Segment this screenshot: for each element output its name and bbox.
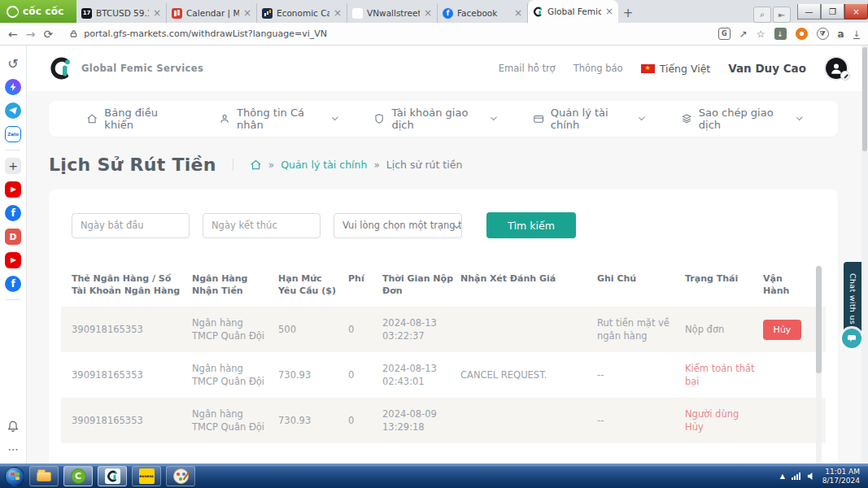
share-icon[interactable]: ↗ — [739, 29, 748, 39]
nav-dashboard[interactable]: Bảng điều khiển — [86, 107, 181, 131]
translate-icon[interactable]: G — [718, 28, 731, 40]
youtube-icon[interactable] — [5, 252, 21, 268]
divider — [6, 150, 20, 150]
close-icon[interactable]: × — [514, 8, 522, 18]
nav-funds-management[interactable]: Quản lý tài chính — [533, 107, 643, 131]
status-select[interactable]: Vui lòng chọn một trạng thái — [334, 213, 462, 238]
notifications-link[interactable]: Thông báo — [574, 63, 623, 74]
tab-calendar-metal[interactable]: Calendar | Metal × — [167, 3, 257, 23]
facebook-icon: f — [443, 8, 453, 19]
chat-bubble-icon[interactable] — [842, 329, 861, 348]
col-bank-card: Thẻ Ngân Hàng / Số Tài Khoản Ngân Hàng — [72, 266, 192, 307]
tab-btcusd[interactable]: 17 BTCUSD 59.140 × — [76, 3, 167, 23]
close-icon[interactable]: × — [243, 8, 251, 18]
nav-trading-accounts[interactable]: Tài khoản giao dịch — [373, 107, 495, 131]
tradingview-icon: 17 — [81, 8, 92, 19]
site-header: Global Femic Services Email hỗ trợ Thông… — [27, 46, 868, 91]
coccoc-rewards-icon[interactable] — [796, 28, 808, 40]
close-window-button[interactable]: × — [844, 4, 868, 20]
bookmark-star-icon[interactable]: ☆ — [757, 29, 765, 39]
end-date-input[interactable] — [203, 213, 321, 238]
download-manager-icon[interactable]: ↓ — [774, 28, 787, 40]
cell-account: 390918165353 — [72, 313, 192, 346]
language-selector[interactable]: ★ Tiếng Việt — [641, 63, 711, 75]
history-icon[interactable]: ↺ — [5, 55, 21, 72]
tab-economic-calendar[interactable]: Economic Calen × — [257, 3, 347, 23]
col-receiving-bank: Ngân Hàng Nhận Tiền — [192, 266, 278, 307]
gfs-icon — [105, 468, 120, 484]
cell-time: 2024-08-13 02:43:01 — [382, 352, 460, 398]
close-icon[interactable]: × — [424, 8, 432, 18]
address-bar[interactable]: portal.gfs-markets.com/withdrawList?lang… — [61, 26, 709, 41]
network-icon[interactable] — [792, 473, 800, 480]
email-support-link[interactable]: Email hỗ trợ — [499, 63, 556, 74]
taskbar-exness[interactable]: exness — [132, 466, 161, 486]
youtube-icon[interactable] — [5, 181, 21, 198]
downloads-icon[interactable]: ↓ — [853, 29, 860, 39]
taskbar-gfs[interactable] — [98, 466, 127, 486]
chevron-down-icon — [332, 115, 338, 121]
facebook-icon[interactable]: f — [5, 205, 21, 221]
add-shortcut-button[interactable]: + — [5, 158, 21, 174]
nav-copy-trading[interactable]: Sao chép giao dịch — [681, 107, 800, 131]
extensions-puzzle-icon[interactable]: ⧩ — [817, 28, 829, 40]
hidden-icons-arrow[interactable]: ▲ — [780, 473, 785, 480]
chat-with-us-tab[interactable]: Chat with us — [844, 262, 861, 335]
taskbar-coccoc[interactable]: C — [63, 466, 93, 486]
folder-icon — [37, 472, 51, 481]
reader-mode-icon[interactable]: a — [838, 29, 844, 39]
cell-comment: CANCEL REQUEST. — [460, 359, 597, 391]
d-site-icon[interactable]: D — [5, 229, 21, 245]
taskbar-explorer[interactable] — [29, 466, 59, 486]
notifications-bell-icon[interactable] — [5, 417, 21, 434]
page-scrollbar[interactable] — [861, 46, 868, 464]
gfs-logo[interactable]: Global Femic Services — [49, 56, 203, 81]
cell-fee: 0 — [348, 359, 382, 391]
search-button[interactable]: Tìm kiếm — [486, 212, 576, 238]
zalo-icon[interactable]: Zalo — [5, 126, 21, 142]
new-tab-button[interactable]: + — [618, 3, 638, 23]
facebook-icon[interactable]: f — [5, 276, 21, 292]
telegram-icon[interactable] — [5, 102, 21, 119]
nav-personal-info[interactable]: Thông tin Cá nhân — [219, 107, 336, 131]
tab-global-femic[interactable]: Global Femic Se × — [528, 0, 618, 23]
coccoc-brand[interactable]: cốc cốc — [0, 0, 76, 23]
tab-facebook[interactable]: f Facebook × — [438, 3, 528, 23]
cancel-withdrawal-button[interactable]: Hủy — [763, 320, 801, 340]
back-icon[interactable]: ← — [8, 28, 18, 40]
volume-icon[interactable] — [807, 472, 816, 481]
reload-icon[interactable]: ⟳ — [43, 28, 53, 40]
restore-button[interactable]: ❐ — [821, 4, 844, 20]
cell-status: Kiểm toán thất bại — [685, 352, 763, 398]
forward-icon[interactable]: → — [26, 28, 36, 40]
sidebar-toggle-icon[interactable]: ⇤ — [773, 7, 791, 23]
col-amount: Hạn Mức Yêu Cầu ($) — [278, 266, 348, 307]
chevron-down-icon — [796, 115, 803, 121]
start-button[interactable] — [5, 467, 24, 486]
start-date-input[interactable] — [72, 213, 190, 238]
cell-note: -- — [597, 359, 685, 391]
col-operation: Vận Hành — [763, 266, 815, 307]
table-header: Thẻ Ngân Hàng / Số Tài Khoản Ngân Hàng N… — [61, 266, 826, 307]
home-icon[interactable] — [250, 159, 262, 171]
taskbar-clock[interactable]: 11:01 AM 8/17/2024 — [822, 468, 860, 486]
avatar[interactable] — [824, 56, 848, 81]
gfs-portal-page: Global Femic Services Email hỗ trợ Thông… — [27, 46, 868, 464]
close-icon[interactable]: × — [605, 7, 613, 16]
breadcrumb-parent-link[interactable]: Quản lý tài chính — [281, 159, 367, 171]
tab-vnwallstreet[interactable]: VNwallstreet-Ho × — [347, 3, 438, 23]
close-icon[interactable]: × — [334, 8, 342, 18]
minimize-button[interactable]: — — [797, 4, 821, 20]
messenger-icon[interactable] — [5, 79, 21, 95]
table-scrollbar[interactable] — [816, 266, 822, 464]
more-options-icon[interactable]: ⋯ — [5, 441, 21, 457]
main-nav: Bảng điều khiển Thông tin Cá nhân Tài kh… — [49, 101, 838, 137]
cell-time: 2024-08-13 03:22:37 — [382, 307, 460, 352]
taskbar-paint[interactable] — [166, 466, 195, 486]
username-label: Van Duy Cao — [728, 62, 806, 75]
close-icon[interactable]: × — [153, 8, 161, 18]
tab-search-icon[interactable]: ⌕ — [753, 7, 771, 23]
window-bar: ⌕ ⇤ — ❐ × — [748, 4, 868, 23]
paint-icon — [173, 468, 189, 484]
col-submit-time: Thời Gian Nộp Đơn — [382, 266, 460, 307]
